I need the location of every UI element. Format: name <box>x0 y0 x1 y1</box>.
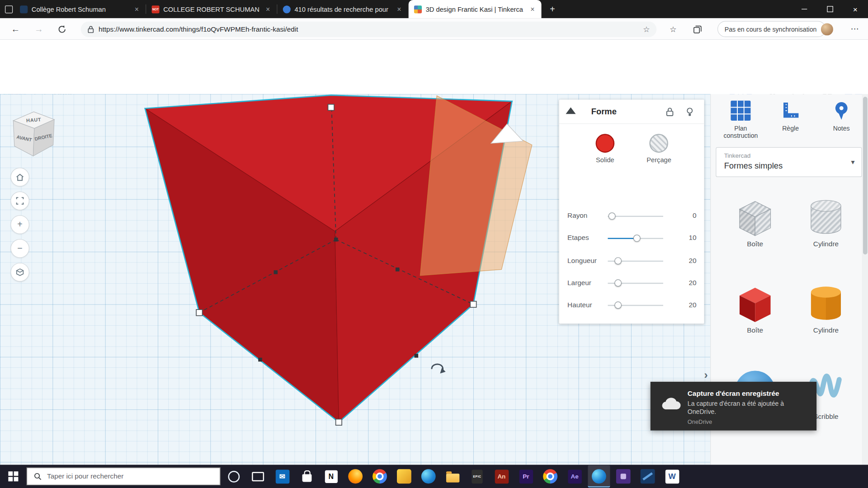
hole-material-button[interactable]: Perçage <box>646 134 671 164</box>
shape-library-select[interactable]: Tinkercad Formes simples ▾ <box>716 147 862 177</box>
viewcube-top-label[interactable]: HAUT <box>26 117 42 123</box>
zoom-out-button[interactable]: − <box>10 239 29 258</box>
window-close-button[interactable]: × <box>843 0 868 18</box>
slider-handle[interactable] <box>614 301 622 309</box>
fit-view-button[interactable] <box>10 192 29 211</box>
tool-notes[interactable]: Notes <box>821 99 863 132</box>
solid-swatch <box>596 134 615 153</box>
tab-title: COLLEGE ROBERT SCHUMAN - P <box>163 5 259 13</box>
taskbar-app-chrome[interactable] <box>539 465 561 488</box>
store-icon <box>302 474 311 482</box>
shape-card-orange-cylinder[interactable]: Cylindre <box>791 281 861 334</box>
taskbar-app-edge-active[interactable] <box>588 465 610 488</box>
shape-card-red-box[interactable]: Boîte <box>720 281 790 334</box>
steps-slider[interactable] <box>608 238 663 239</box>
start-button[interactable] <box>0 465 27 488</box>
tool-ruler[interactable]: Règle <box>769 99 811 132</box>
taskbar-app-notion[interactable]: N <box>320 465 342 488</box>
search-icon <box>34 473 42 480</box>
slider-handle[interactable] <box>614 257 622 264</box>
browser-tab-3[interactable]: 410 résultats de recherche pour × <box>277 0 408 18</box>
zoom-in-button[interactable]: + <box>10 215 29 234</box>
taskbar-app-whiteboard[interactable] <box>612 465 634 488</box>
edge-active-icon <box>592 469 606 483</box>
workspaces-icon[interactable] <box>5 5 13 13</box>
refresh-button[interactable] <box>55 23 68 36</box>
new-tab-button[interactable]: + <box>546 3 559 16</box>
ruler-tool-icon <box>779 99 802 122</box>
taskbar-app-adobe-premiere[interactable]: Pr <box>515 465 537 488</box>
word-icon: W <box>665 469 679 483</box>
taskbar-app-chromium[interactable] <box>369 465 391 488</box>
taskbar-app-adobe-animate[interactable]: An <box>491 465 513 488</box>
slider-label: Etapes <box>567 234 589 242</box>
taskbar-app-store[interactable] <box>296 465 318 488</box>
back-button[interactable]: ← <box>9 23 22 36</box>
hole-box-thumbnail <box>733 195 777 239</box>
viewcube[interactable]: HAUT AVANT DROITE <box>8 105 60 160</box>
taskbar-app-task-view[interactable] <box>247 465 269 488</box>
chevron-down-icon: ▾ <box>851 158 855 166</box>
minimize-icon <box>802 9 807 9</box>
length-slider[interactable] <box>608 261 663 262</box>
favorites-hub-icon[interactable]: ☆ <box>666 23 679 36</box>
taskbar-app-edge[interactable] <box>417 465 439 488</box>
tab-close-icon[interactable]: × <box>395 5 404 13</box>
tab-close-icon[interactable]: × <box>132 5 142 13</box>
screenshot-toast[interactable]: Capture d'écran enregistrée La capture d… <box>651 382 816 431</box>
tab-close-icon[interactable]: × <box>264 5 273 13</box>
collapse-triangle-button[interactable] <box>566 108 576 114</box>
taskbar-app-game[interactable] <box>393 465 415 488</box>
tool-workplane[interactable]: Plan construction <box>715 99 766 140</box>
taskbar-search-input[interactable]: Taper ici pour rechercher <box>27 468 221 485</box>
lightbulb-icon[interactable] <box>685 107 695 117</box>
height-slider[interactable] <box>608 305 663 306</box>
slider-handle[interactable] <box>633 235 641 242</box>
workplane-preview[interactable] <box>420 96 532 276</box>
task-view-icon <box>252 472 264 481</box>
after-effects-icon: Ae <box>568 469 582 483</box>
taskbar-app-mail[interactable]: ✉ <box>271 465 293 488</box>
taskbar-app-dev-tool[interactable] <box>637 465 659 488</box>
shape-card-hole-cylinder[interactable]: Cylindre <box>791 195 861 248</box>
scrollbar-thumb[interactable] <box>863 97 868 254</box>
taskbar-app-after-effects[interactable]: Ae <box>564 465 586 488</box>
sidebar-scrollbar[interactable] <box>862 94 868 465</box>
taskbar-app-cortana[interactable] <box>222 465 245 488</box>
width-slider[interactable] <box>608 283 663 284</box>
solid-material-button[interactable]: Solide <box>596 134 615 164</box>
browser-tab-2[interactable]: NOT COLLEGE ROBERT SCHUMAN - P × <box>146 0 277 18</box>
toast-source: OneDrive <box>688 418 712 425</box>
epic-games-icon: EPIC <box>472 469 482 483</box>
slider-handle[interactable] <box>609 212 616 220</box>
perspective-toggle-button[interactable] <box>10 263 29 282</box>
taskbar-app-firefox[interactable] <box>344 465 367 488</box>
browser-tab-1[interactable]: Collège Robert Schuman × <box>14 0 146 18</box>
address-bar[interactable]: https://www.tinkercad.com/things/f1oQvFW… <box>81 22 656 37</box>
radius-slider[interactable] <box>608 216 663 217</box>
tab-title: Collège Robert Schuman <box>32 5 128 13</box>
collapse-panel-chevron-icon[interactable]: › <box>704 369 708 381</box>
browser-tab-active[interactable]: 3D design Frantic Kasi | Tinkerca × <box>409 0 542 18</box>
window-maximize-button[interactable] <box>817 0 842 18</box>
home-view-button[interactable] <box>10 168 29 187</box>
lock-icon[interactable] <box>665 107 675 117</box>
collections-icon[interactable] <box>691 23 704 36</box>
browser-menu-icon[interactable]: ⋯ <box>848 23 861 36</box>
library-group-label: Tinkercad <box>724 152 751 159</box>
window-minimize-button[interactable] <box>792 0 817 18</box>
favorite-star-icon[interactable]: ☆ <box>643 25 650 34</box>
taskbar-app-word[interactable]: W <box>661 465 683 488</box>
forward-button[interactable]: → <box>32 23 45 36</box>
slider-value: 0 <box>693 212 697 220</box>
slider-value: 10 <box>689 234 696 242</box>
file-explorer-icon <box>446 474 459 483</box>
profile-sync-button[interactable]: Pas en cours de synchronisation <box>717 21 826 38</box>
taskbar-app-file-explorer[interactable] <box>442 465 464 488</box>
tab-close-icon[interactable]: × <box>528 5 537 13</box>
game-icon <box>397 469 411 483</box>
slider-handle[interactable] <box>614 279 622 286</box>
shape-card-hole-box[interactable]: Boîte <box>720 195 790 248</box>
firefox-icon <box>348 469 363 483</box>
taskbar-app-epic-games[interactable]: EPIC <box>466 465 488 488</box>
